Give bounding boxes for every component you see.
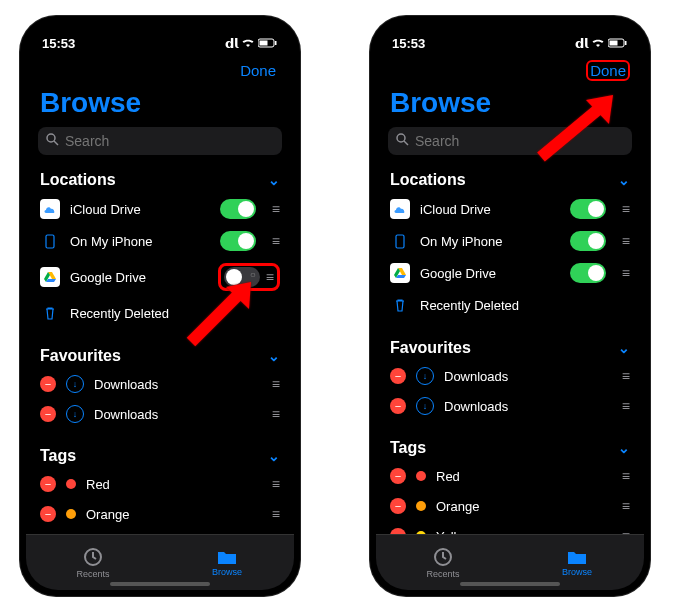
toggle-iphone[interactable] bbox=[220, 231, 256, 251]
icloud-label: iCloud Drive bbox=[70, 202, 210, 217]
remove-icon[interactable]: − bbox=[40, 476, 56, 492]
phone-right: 15:53 𝗱𝗹 Done Browse bbox=[370, 16, 650, 596]
remove-icon[interactable]: − bbox=[390, 498, 406, 514]
icloud-icon bbox=[390, 199, 410, 219]
location-iphone[interactable]: On My iPhone ≡ bbox=[26, 225, 294, 257]
favourites-label: Favourites bbox=[390, 339, 471, 357]
deleted-label: Recently Deleted bbox=[420, 298, 630, 313]
home-indicator[interactable] bbox=[460, 582, 560, 586]
tags-label: Tags bbox=[390, 439, 426, 457]
drag-handle-icon[interactable]: ≡ bbox=[622, 498, 630, 514]
svg-point-10 bbox=[397, 134, 405, 142]
favourite-downloads-2[interactable]: − ↓ Downloads ≡ bbox=[376, 391, 644, 421]
tag-orange[interactable]: − Orange ≡ bbox=[26, 499, 294, 529]
favourite-downloads-1[interactable]: − ↓ Downloads ≡ bbox=[26, 369, 294, 399]
remove-icon[interactable]: − bbox=[390, 468, 406, 484]
chevron-down-icon: ⌄ bbox=[268, 348, 280, 364]
signal-icon: 𝗱𝗹 bbox=[575, 36, 588, 51]
drag-handle-icon[interactable]: ≡ bbox=[622, 233, 630, 249]
tag-orange[interactable]: − Orange ≡ bbox=[376, 491, 644, 521]
tag-red-label: Red bbox=[436, 469, 606, 484]
svg-rect-2 bbox=[275, 41, 277, 45]
toggle-gdrive[interactable] bbox=[570, 263, 606, 283]
status-time: 15:53 bbox=[392, 36, 425, 51]
search-bar[interactable] bbox=[38, 127, 282, 155]
wifi-icon bbox=[591, 36, 605, 51]
remove-icon[interactable]: − bbox=[40, 376, 56, 392]
downloads-label: Downloads bbox=[94, 377, 256, 392]
tag-dot-red bbox=[66, 479, 76, 489]
download-icon: ↓ bbox=[416, 367, 434, 385]
search-icon bbox=[46, 132, 59, 150]
remove-icon[interactable]: − bbox=[40, 406, 56, 422]
svg-rect-9 bbox=[625, 41, 627, 45]
remove-icon[interactable]: − bbox=[390, 368, 406, 384]
downloads-label: Downloads bbox=[94, 407, 256, 422]
tag-red[interactable]: − Red ≡ bbox=[376, 461, 644, 491]
svg-line-4 bbox=[54, 141, 58, 145]
page-title: Browse bbox=[26, 85, 294, 125]
tags-label: Tags bbox=[40, 447, 76, 465]
drag-handle-icon[interactable]: ≡ bbox=[266, 269, 274, 285]
gdrive-label: Google Drive bbox=[420, 266, 560, 281]
gdrive-icon bbox=[40, 267, 60, 287]
toggle-icloud[interactable] bbox=[570, 199, 606, 219]
icloud-label: iCloud Drive bbox=[420, 202, 560, 217]
drag-handle-icon[interactable]: ≡ bbox=[272, 476, 280, 492]
drag-handle-icon[interactable]: ≡ bbox=[272, 376, 280, 392]
iphone-label: On My iPhone bbox=[420, 234, 560, 249]
gdrive-icon bbox=[390, 263, 410, 283]
drag-handle-icon[interactable]: ≡ bbox=[622, 368, 630, 384]
section-header-tags[interactable]: Tags ⌄ bbox=[376, 431, 644, 461]
download-icon: ↓ bbox=[66, 375, 84, 393]
tag-red-label: Red bbox=[86, 477, 256, 492]
drag-handle-icon[interactable]: ≡ bbox=[622, 265, 630, 281]
download-icon: ↓ bbox=[66, 405, 84, 423]
drag-handle-icon[interactable]: ≡ bbox=[272, 506, 280, 522]
search-icon bbox=[396, 132, 409, 150]
section-header-tags[interactable]: Tags ⌄ bbox=[26, 439, 294, 469]
chevron-down-icon: ⌄ bbox=[618, 440, 630, 456]
drag-handle-icon[interactable]: ≡ bbox=[622, 201, 630, 217]
drag-handle-icon[interactable]: ≡ bbox=[272, 233, 280, 249]
location-gdrive[interactable]: Google Drive ≡ bbox=[376, 257, 644, 289]
notch bbox=[450, 16, 570, 36]
location-icloud[interactable]: iCloud Drive ≡ bbox=[26, 193, 294, 225]
drag-handle-icon[interactable]: ≡ bbox=[272, 406, 280, 422]
trash-icon bbox=[40, 303, 60, 323]
section-header-locations[interactable]: Locations ⌄ bbox=[26, 163, 294, 193]
tab-browse-label: Browse bbox=[212, 567, 242, 577]
remove-icon[interactable]: − bbox=[40, 506, 56, 522]
iphone-icon bbox=[40, 231, 60, 251]
section-header-favourites[interactable]: Favourites ⌄ bbox=[376, 331, 644, 361]
tag-orange-label: Orange bbox=[86, 507, 256, 522]
toggle-iphone[interactable] bbox=[570, 231, 606, 251]
remove-icon[interactable]: − bbox=[390, 398, 406, 414]
drag-handle-icon[interactable]: ≡ bbox=[622, 468, 630, 484]
svg-rect-5 bbox=[46, 235, 54, 248]
favourites-label: Favourites bbox=[40, 347, 121, 365]
location-icloud[interactable]: iCloud Drive ≡ bbox=[376, 193, 644, 225]
tag-dot-orange bbox=[66, 509, 76, 519]
annotation-arrow bbox=[181, 277, 261, 351]
home-indicator[interactable] bbox=[110, 582, 210, 586]
done-button[interactable]: Done bbox=[236, 60, 280, 81]
location-deleted[interactable]: Recently Deleted bbox=[376, 289, 644, 321]
done-button[interactable]: Done bbox=[586, 60, 630, 81]
toggle-icloud[interactable] bbox=[220, 199, 256, 219]
location-iphone[interactable]: On My iPhone ≡ bbox=[376, 225, 644, 257]
tag-yellow[interactable]: − Yellow ≡ bbox=[376, 521, 644, 534]
favourite-downloads-2[interactable]: − ↓ Downloads ≡ bbox=[26, 399, 294, 429]
section-header-locations[interactable]: Locations ⌄ bbox=[376, 163, 644, 193]
trash-icon bbox=[390, 295, 410, 315]
battery-icon bbox=[258, 36, 278, 51]
battery-icon bbox=[608, 36, 628, 51]
wifi-icon bbox=[241, 36, 255, 51]
search-input[interactable] bbox=[65, 133, 274, 149]
annotation-arrow bbox=[531, 92, 621, 166]
tag-red[interactable]: − Red ≡ bbox=[26, 469, 294, 499]
drag-handle-icon[interactable]: ≡ bbox=[272, 201, 280, 217]
favourite-downloads-1[interactable]: − ↓ Downloads ≡ bbox=[376, 361, 644, 391]
drag-handle-icon[interactable]: ≡ bbox=[622, 398, 630, 414]
screen-left: 15:53 𝗱𝗹 Done Browse bbox=[26, 22, 294, 590]
